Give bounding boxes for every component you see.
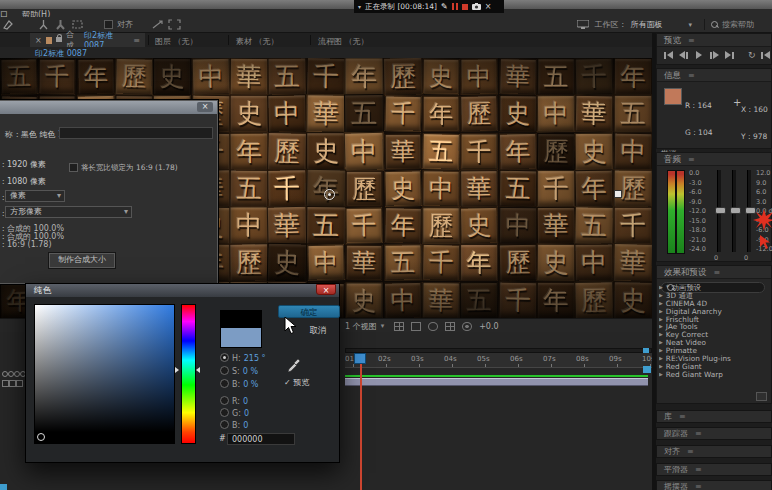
hex-input[interactable]: 000000	[227, 433, 295, 445]
green-radio[interactable]	[220, 408, 229, 417]
camera-icon[interactable]	[472, 3, 481, 10]
units-dropdown[interactable]: 像素 ▾	[5, 190, 65, 202]
effects-category-row[interactable]: 3D 通道	[659, 292, 769, 300]
audio-panel-title[interactable]: 音频	[664, 154, 681, 164]
hue-arrow-left-icon[interactable]	[175, 367, 179, 373]
brightness-value[interactable]: 0 %	[243, 380, 258, 389]
audio-slider-left[interactable]	[717, 170, 721, 252]
effects-category-row[interactable]: Neat Video	[659, 339, 769, 347]
brightness-radio[interactable]	[220, 379, 229, 388]
tab-composition[interactable]: × 合成 印2标准 0087 ≡	[30, 33, 145, 47]
lock-aspect-checkbox[interactable]	[69, 163, 78, 172]
camera-tool-icon[interactable]	[37, 19, 50, 30]
effects-category-row[interactable]: * 动画预设	[659, 284, 769, 292]
saturation-brightness-field[interactable]	[34, 304, 175, 444]
hue-arrow-right-icon[interactable]	[196, 367, 200, 373]
next-frame-button[interactable]	[709, 50, 719, 60]
workspace-selector[interactable]: 所有面板	[630, 19, 662, 30]
workspace-dropdown-icon[interactable]: ▾	[688, 21, 692, 29]
collapsed-panel-3[interactable]: 对齐≡	[656, 445, 772, 458]
panel-menu-icon[interactable]: ≡	[687, 447, 694, 456]
loop-icon[interactable]: ↻	[748, 50, 756, 60]
effects-category-row[interactable]: Frischluft	[659, 316, 769, 324]
align-checkbox[interactable]	[104, 20, 113, 29]
cancel-button[interactable]: 取消	[296, 324, 340, 336]
hue-strip[interactable]	[181, 304, 196, 444]
effects-category-row[interactable]: Red Giant	[659, 363, 769, 371]
saturation-value[interactable]: 0 %	[243, 367, 258, 376]
view-layout-dropdown-icon[interactable]: ▾	[381, 322, 385, 330]
effects-category-row[interactable]: JAe Tools	[659, 323, 769, 331]
scale-tool-icon[interactable]	[151, 19, 164, 30]
slider-thumb[interactable]	[730, 207, 741, 214]
tab-layer[interactable]: 图层 （无）	[155, 36, 198, 47]
panel-menu-icon[interactable]: ≡	[695, 429, 702, 438]
tab-panel-menu-icon[interactable]: ≡	[133, 36, 140, 45]
stop-recording-icon[interactable]	[462, 4, 468, 10]
blend-switch-icon[interactable]	[9, 380, 16, 387]
width-value[interactable]: 1920 像素	[7, 160, 46, 169]
effects-category-row[interactable]: CINEMA 4D	[659, 300, 769, 308]
grid-options-icon[interactable]	[394, 322, 404, 331]
pause-recording-icon[interactable]	[452, 3, 458, 10]
mask-visibility-icon[interactable]	[428, 322, 438, 331]
effects-category-row[interactable]: Digital Anarchy	[659, 308, 769, 316]
previous-frame-button[interactable]	[678, 50, 688, 60]
collapsed-panel-4[interactable]: 平滑器≡	[656, 463, 772, 476]
play-button[interactable]	[694, 50, 704, 60]
dialog-close-button[interactable]: ×	[197, 102, 213, 112]
panel-menu-icon[interactable]: ≡	[695, 482, 702, 490]
exposure-value[interactable]: +0.0	[479, 322, 498, 331]
red-radio[interactable]	[220, 396, 229, 405]
tab-close-icon[interactable]: ×	[35, 36, 42, 45]
close-recorder-icon[interactable]: ×	[485, 2, 492, 11]
info-panel-title[interactable]: 信息	[664, 70, 681, 80]
work-area-end-marker[interactable]	[643, 366, 651, 373]
pen-icon[interactable]: ✎	[441, 2, 448, 11]
label-switch-icon[interactable]	[2, 380, 9, 387]
panel-menu-icon[interactable]: ≡	[688, 36, 695, 45]
color-picker-titlebar[interactable]: 纯色 ×	[26, 284, 339, 297]
panel-menu-icon[interactable]: ≡	[688, 155, 695, 164]
effects-category-row[interactable]: RE:Vision Plug-ins	[659, 355, 769, 363]
preview-checkbox-label[interactable]: 预览	[293, 378, 309, 387]
audio-slider-right[interactable]	[747, 170, 751, 252]
collapsed-panel-1[interactable]: 库≡	[656, 410, 772, 423]
color-field-selector[interactable]	[37, 433, 45, 441]
red-value[interactable]: 0	[243, 397, 248, 406]
panel-menu-icon[interactable]: ≡	[695, 465, 702, 474]
time-ruler[interactable]: 01s02s03s04s05s06s07s08s09s10s	[345, 353, 652, 368]
dialog-close-button[interactable]: ×	[316, 284, 336, 295]
audio-slider-both[interactable]	[732, 170, 736, 252]
make-comp-size-button[interactable]: 制作合成大小	[49, 253, 115, 268]
panel-grip-icon[interactable]	[756, 392, 767, 401]
layer-duration-bar[interactable]	[345, 378, 648, 386]
last-frame-button[interactable]	[725, 50, 735, 60]
hue-value[interactable]: 215 °	[244, 354, 266, 363]
layer-selection-handle[interactable]	[614, 190, 622, 198]
saturation-radio[interactable]	[220, 366, 229, 375]
pen-tool-icon[interactable]	[2, 19, 15, 30]
panel-menu-icon[interactable]: ≡	[714, 268, 721, 277]
collapsed-panel-5[interactable]: 摇摆器≡	[656, 480, 772, 490]
quality-switch-icon[interactable]	[16, 380, 23, 387]
recorder-menu-icon[interactable]: ▾	[358, 3, 361, 10]
blue-value[interactable]: 0	[243, 421, 248, 430]
hue-radio[interactable]	[220, 353, 229, 362]
effects-category-row[interactable]: Primatte	[659, 347, 769, 355]
expand-tool-icon[interactable]	[168, 19, 181, 30]
search-help-input[interactable]: 搜索帮助	[722, 19, 754, 30]
eyedropper-icon[interactable]	[287, 358, 301, 374]
channel-icon[interactable]	[445, 322, 455, 331]
layer-anchor-point[interactable]	[324, 189, 335, 200]
green-value[interactable]: 0	[244, 409, 249, 418]
panel-menu-icon[interactable]: ≡	[679, 412, 686, 421]
blue-radio[interactable]	[220, 420, 229, 429]
effects-panel-title[interactable]: 效果和预设	[664, 267, 707, 277]
current-time-indicator[interactable]	[354, 353, 366, 364]
lock-icon[interactable]	[56, 37, 62, 43]
exposure-icon[interactable]	[462, 322, 472, 331]
panel-menu-icon[interactable]: ≡	[688, 71, 695, 80]
region-of-interest-icon[interactable]	[411, 322, 421, 331]
slider-thumb[interactable]	[715, 207, 726, 214]
